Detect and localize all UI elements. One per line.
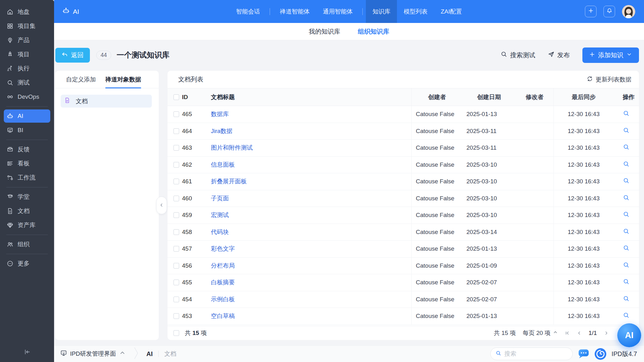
topbar: AI 智能会话禅道智能体通用智能体知识库模型列表ZAI配置 <box>54 0 644 23</box>
publish-button[interactable]: 发布 <box>548 51 570 59</box>
knowledge-count-badge: 44 <box>96 51 111 60</box>
sidebar-item-home[interactable]: 地盘 <box>4 5 50 19</box>
search-input[interactable] <box>504 350 567 357</box>
panel-collapse-handle[interactable] <box>156 197 167 214</box>
row-checkbox[interactable] <box>173 280 179 285</box>
topmenu-item-4[interactable]: 模型列表 <box>397 0 434 23</box>
view-detail-icon[interactable] <box>623 228 630 236</box>
select-all-checkbox[interactable] <box>173 94 179 100</box>
view-detail-icon[interactable] <box>623 245 630 253</box>
sidebar-item-grid[interactable]: 项目集 <box>4 19 50 33</box>
topmenu-item-2[interactable]: 通用智能体 <box>316 0 359 23</box>
row-checkbox[interactable] <box>173 179 179 184</box>
topmenu-item-3[interactable]: 知识库 <box>366 0 397 23</box>
row-checkbox[interactable] <box>173 229 179 235</box>
breadcrumb-section[interactable]: 文档 <box>164 350 176 358</box>
row-checkbox[interactable] <box>173 263 179 269</box>
prev-page-button[interactable] <box>577 331 582 336</box>
sidebar-item-org[interactable]: 组织 <box>4 238 50 251</box>
doc-title-link[interactable]: 宏测试 <box>211 211 229 219</box>
doc-title-link[interactable]: 白板摘要 <box>211 278 235 287</box>
view-detail-icon[interactable] <box>623 110 630 118</box>
refresh-list-button[interactable]: 更新列表数据 <box>587 75 631 84</box>
next-page-button[interactable] <box>604 331 609 336</box>
row-checkbox[interactable] <box>173 313 179 319</box>
sidebar-item-search[interactable]: 测试 <box>4 76 50 89</box>
row-checkbox[interactable] <box>173 128 179 134</box>
user-avatar[interactable] <box>622 5 635 18</box>
sidebar-item-workflow[interactable]: 工作流 <box>4 171 50 184</box>
sidebar-item-label: 组织 <box>18 240 30 248</box>
doc-title-link[interactable]: 图片和附件测试 <box>211 144 253 152</box>
row-checkbox[interactable] <box>173 297 179 302</box>
doc-title-link[interactable]: 代码块 <box>211 228 229 236</box>
per-page-select[interactable]: 每页 20 项 <box>523 329 558 337</box>
doc-title-link[interactable]: 示例白板 <box>211 295 235 304</box>
doc-title-link[interactable]: 数据库 <box>211 110 229 118</box>
row-checkbox[interactable] <box>173 145 179 151</box>
view-detail-icon[interactable] <box>623 278 630 287</box>
col-synced: 最后同步 <box>554 88 614 106</box>
add-knowledge-button[interactable]: 添加知识 <box>582 47 639 63</box>
sidebar-item-feedback[interactable]: 反馈 <box>4 143 50 156</box>
sidebar-item-runner[interactable]: 执行 <box>4 62 50 75</box>
doc-creator: Catouse False <box>412 173 462 190</box>
sidebar-item-doc[interactable]: 文档 <box>4 204 50 218</box>
sidebar-item-product[interactable]: 产品 <box>4 34 50 47</box>
doc-created-date: 2025-01-09 <box>462 258 516 274</box>
notifications-button[interactable] <box>603 6 615 17</box>
doc-title-link[interactable]: 彩色文字 <box>211 245 235 253</box>
ai-assistant-fab[interactable]: AI <box>617 323 641 347</box>
tab-zentao-object-data[interactable]: 禅道对象数据 <box>105 71 141 88</box>
tab-custom-add[interactable]: 自定义添加 <box>66 71 96 88</box>
sidebar-item-school[interactable]: 学堂 <box>4 190 50 203</box>
view-detail-icon[interactable] <box>623 144 630 152</box>
tab-my-knowledge[interactable]: 我的知识库 <box>309 27 340 36</box>
back-button[interactable]: 返回 <box>55 48 90 63</box>
sidebar-item-infinity[interactable]: DevOps <box>4 90 50 103</box>
global-search[interactable] <box>490 348 573 360</box>
view-detail-icon[interactable] <box>623 194 630 203</box>
view-detail-icon[interactable] <box>623 211 630 219</box>
row-checkbox[interactable] <box>173 196 179 201</box>
doc-created-date: 2025-01-13 <box>462 106 516 123</box>
row-checkbox[interactable] <box>173 246 179 252</box>
first-page-button[interactable] <box>565 331 570 336</box>
topmenu-item-0[interactable]: 智能会话 <box>229 0 267 23</box>
search-test-button[interactable]: 搜索测试 <box>501 51 535 59</box>
doc-title-link[interactable]: 信息面板 <box>211 161 235 169</box>
view-detail-icon[interactable] <box>623 312 630 320</box>
create-button[interactable] <box>585 6 597 17</box>
row-checkbox[interactable] <box>173 111 179 117</box>
doc-title-link[interactable]: 空白草稿 <box>211 312 235 320</box>
topmenu-item-1[interactable]: 禅道智能体 <box>273 0 316 23</box>
topmenu-item-5[interactable]: ZAI配置 <box>434 0 469 23</box>
sidebar-item-rocket[interactable]: 项目 <box>4 48 50 61</box>
breadcrumb-app[interactable]: AI <box>146 350 153 358</box>
doc-title-link[interactable]: 子页面 <box>211 194 229 203</box>
view-detail-icon[interactable] <box>623 295 630 304</box>
workspace-switcher[interactable]: IPD研发管理界面 <box>57 350 126 358</box>
sidebar-collapse-button[interactable] <box>0 343 54 362</box>
view-detail-icon[interactable] <box>623 177 630 186</box>
view-detail-icon[interactable] <box>623 161 630 169</box>
sidebar-item-bi[interactable]: BI <box>4 124 50 137</box>
sidebar-item-robot[interactable]: AI <box>4 109 50 123</box>
view-detail-icon[interactable] <box>623 127 630 135</box>
doc-title-link[interactable]: 分栏布局 <box>211 262 235 270</box>
row-checkbox[interactable] <box>173 162 179 168</box>
row-checkbox[interactable] <box>173 212 179 218</box>
sidebar-item-kanban[interactable]: 看板 <box>4 157 50 170</box>
sidebar-item-asset[interactable]: 资产库 <box>4 219 50 232</box>
view-detail-icon[interactable] <box>623 262 630 270</box>
doc-title-link[interactable]: Jira数据 <box>211 127 233 135</box>
sidebar-item-more[interactable]: 更多 <box>4 257 50 270</box>
tab-org-knowledge[interactable]: 组织知识库 <box>358 27 389 36</box>
sidebar-item-label: 执行 <box>18 64 30 73</box>
doc-title-link[interactable]: 折叠展开面板 <box>211 177 247 186</box>
app-window: 地盘项目集产品项目执行测试DevOpsAIBI反馈看板工作流学堂文档资产库组织更… <box>0 0 644 362</box>
feedback-chat-button[interactable] <box>578 349 589 359</box>
footer-select-all-checkbox[interactable] <box>173 330 179 336</box>
doc-icon <box>7 208 14 214</box>
source-item-doc[interactable]: 文档 <box>61 95 152 108</box>
